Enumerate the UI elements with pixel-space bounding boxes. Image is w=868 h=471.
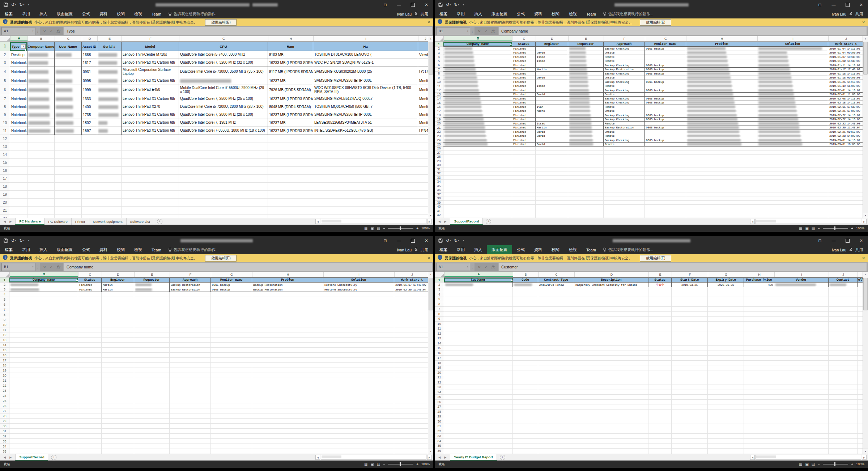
cell[interactable] — [686, 205, 757, 209]
cell[interactable]: O365 backup — [645, 126, 686, 130]
cell[interactable] — [78, 403, 102, 408]
cell[interactable]: 2019-02-22 14:15:03 — [828, 118, 863, 122]
column-header-F[interactable]: F — [122, 36, 179, 41]
column-header-I[interactable]: I — [775, 272, 829, 277]
row-number[interactable]: 33 — [435, 176, 443, 180]
cell[interactable]: David — [536, 130, 568, 134]
cell[interactable] — [97, 119, 122, 127]
row-number[interactable]: 11 — [0, 327, 9, 332]
cell[interactable] — [512, 188, 536, 192]
cell[interactable] — [568, 126, 604, 130]
cell[interactable] — [536, 101, 568, 105]
cell[interactable] — [538, 326, 574, 331]
row-number[interactable]: 2 — [0, 283, 9, 287]
ribbon-tab-5[interactable]: 資料 — [529, 245, 547, 254]
cell[interactable] — [170, 408, 211, 413]
cell[interactable] — [774, 326, 829, 331]
cell[interactable] — [418, 215, 428, 218]
cell[interactable] — [858, 341, 863, 346]
vertical-scrollbar[interactable]: ▲ ▼ — [428, 36, 433, 218]
vertical-scroll-thumb[interactable] — [863, 278, 868, 310]
row-number[interactable]: 18 — [0, 363, 9, 368]
undo-icon[interactable]: ↺▾ — [446, 3, 451, 7]
cell[interactable] — [708, 449, 744, 454]
cell[interactable] — [538, 307, 574, 312]
cell[interactable] — [211, 327, 252, 332]
cell[interactable] — [828, 184, 863, 188]
cell[interactable]: Finished — [512, 88, 536, 93]
cell[interactable]: 2019-01-30 11:00:00 — [828, 84, 863, 89]
cell[interactable]: David — [536, 143, 568, 147]
cell[interactable] — [512, 192, 536, 197]
share-button[interactable]: 共用 — [855, 12, 863, 17]
cell[interactable] — [268, 167, 313, 175]
name-box[interactable]: A1▾ — [1, 27, 35, 35]
cell[interactable] — [574, 370, 648, 375]
cell[interactable] — [170, 439, 211, 444]
cell[interactable] — [672, 380, 708, 385]
cell[interactable] — [394, 353, 428, 358]
cell[interactable] — [252, 302, 323, 307]
cell[interactable] — [78, 302, 102, 307]
cell[interactable]: Finished — [512, 84, 536, 89]
cell[interactable] — [672, 312, 708, 317]
cell[interactable] — [443, 143, 512, 147]
cell[interactable]: Remote — [604, 134, 645, 139]
cell[interactable] — [536, 118, 568, 122]
row-number[interactable]: 21 — [0, 207, 10, 215]
hscroll-left-icon[interactable]: ◀ — [750, 219, 755, 224]
cell[interactable] — [268, 175, 313, 183]
cell[interactable] — [102, 322, 134, 327]
cell[interactable] — [394, 383, 428, 388]
row-number[interactable]: 19 — [435, 118, 443, 122]
ribbon-tab-6[interactable]: 校閱 — [547, 245, 564, 254]
cell[interactable] — [513, 395, 538, 400]
cell[interactable] — [744, 429, 774, 434]
cell[interactable] — [536, 88, 568, 93]
cell[interactable] — [27, 167, 55, 175]
cell[interactable] — [672, 317, 708, 322]
cell[interactable] — [538, 414, 574, 419]
cell[interactable] — [252, 398, 323, 403]
cell[interactable] — [323, 317, 394, 322]
cell[interactable] — [394, 378, 428, 383]
cell[interactable] — [443, 171, 512, 176]
row-number[interactable]: 3 — [0, 59, 10, 67]
cell[interactable] — [648, 439, 672, 444]
row-number[interactable]: 1 — [0, 277, 9, 283]
cell[interactable]: Antivirus Renew — [538, 283, 574, 287]
cell[interactable] — [134, 398, 170, 403]
cell[interactable] — [686, 105, 757, 109]
cell[interactable]: WDC WD10SPCX-08HWST0 SCSI Disk Device (1… — [313, 85, 418, 95]
cell[interactable]: 1597 — [82, 127, 97, 135]
cell[interactable] — [9, 373, 78, 378]
cell[interactable] — [574, 410, 648, 415]
cell[interactable] — [774, 312, 829, 317]
cell[interactable] — [774, 331, 829, 336]
column-header-F[interactable]: F — [604, 36, 645, 41]
cell[interactable] — [828, 217, 863, 218]
row-number[interactable]: 20 — [435, 122, 443, 126]
cell[interactable] — [757, 213, 828, 217]
cell[interactable] — [538, 312, 574, 317]
row-number[interactable]: 13 — [435, 93, 443, 97]
cell[interactable] — [568, 68, 604, 72]
cell[interactable] — [568, 76, 604, 80]
cell[interactable] — [211, 424, 252, 429]
header-cell[interactable]: Ram — [268, 42, 313, 51]
cell[interactable] — [252, 419, 323, 424]
cell[interactable] — [672, 444, 708, 449]
cell[interactable]: Backup Restoration — [170, 287, 211, 292]
cell[interactable]: QuadCore Intel Core i7-8550U, 1800 MHz (… — [179, 127, 268, 135]
cell[interactable] — [102, 297, 134, 302]
cell[interactable] — [512, 176, 536, 180]
cell[interactable] — [757, 93, 828, 97]
cell[interactable] — [744, 361, 774, 366]
cell[interactable] — [443, 151, 512, 155]
row-number[interactable]: 39 — [435, 201, 443, 205]
cell[interactable] — [512, 201, 536, 205]
cell[interactable] — [252, 383, 323, 388]
cell[interactable]: 2019-01-18 14:15:02 — [828, 72, 863, 76]
cell[interactable] — [9, 302, 78, 307]
cell[interactable] — [323, 358, 394, 363]
